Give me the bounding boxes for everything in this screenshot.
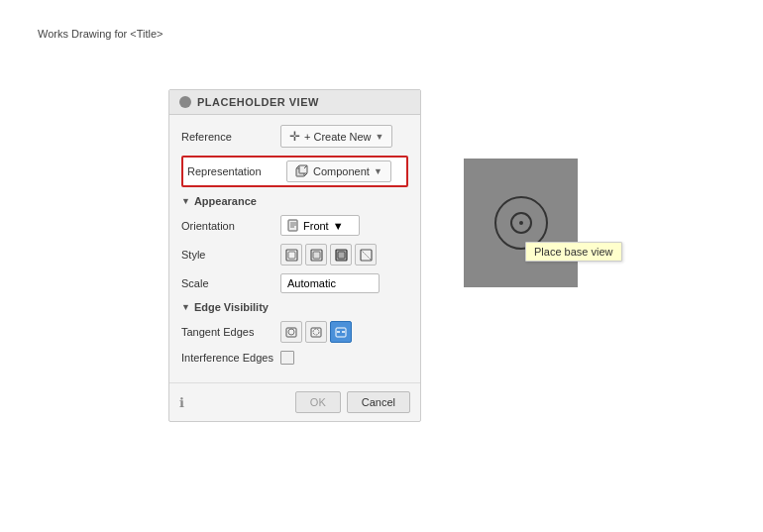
svg-rect-10 <box>288 252 295 259</box>
orientation-row: Orientation Front ▼ <box>181 215 408 236</box>
tangent-btn-group <box>280 321 352 343</box>
ok-button[interactable]: OK <box>295 391 341 413</box>
style-btn-2[interactable] <box>305 244 327 266</box>
orientation-arrow: ▼ <box>333 220 344 232</box>
interference-edges-label: Interference Edges <box>181 352 280 364</box>
tangent-icon-3 <box>335 326 348 339</box>
dialog-panel: PLACEHOLDER VIEW Reference ✛ + Create Ne… <box>168 89 421 422</box>
svg-rect-5 <box>288 220 297 231</box>
orientation-label: Orientation <box>181 220 280 232</box>
dialog-header-icon <box>179 96 191 108</box>
reference-dropdown[interactable]: ✛ + Create New ▼ <box>280 125 392 148</box>
style-icon-1 <box>285 249 298 262</box>
dialog-header-title: PLACEHOLDER VIEW <box>197 96 319 108</box>
reference-button-label: + Create New <box>304 131 372 143</box>
scale-input[interactable] <box>280 273 380 293</box>
scale-row: Scale <box>181 273 408 293</box>
style-btn-4[interactable] <box>355 244 377 266</box>
representation-control: Component ▼ <box>286 160 402 182</box>
style-icon-3 <box>335 249 348 262</box>
preview-dot <box>519 221 523 225</box>
page-title: Works Drawing for <Title> <box>38 28 164 40</box>
cube-icon <box>295 164 309 178</box>
tangent-edges-row: Tangent Edges <box>181 321 408 343</box>
reference-row: Reference ✛ + Create New ▼ <box>181 125 408 148</box>
appearance-collapse-icon[interactable]: ▼ <box>181 196 190 206</box>
style-row: Style <box>181 244 408 266</box>
dialog-body: Reference ✛ + Create New ▼ Representatio… <box>169 115 420 382</box>
svg-point-18 <box>288 329 294 335</box>
dialog-footer: ℹ OK Cancel <box>169 382 420 421</box>
interference-edges-control <box>280 351 408 365</box>
preview-circle-inner <box>510 212 532 234</box>
representation-dropdown[interactable]: Component ▼ <box>286 160 391 182</box>
style-btn-3[interactable] <box>330 244 352 266</box>
reference-arrow: ▼ <box>376 132 384 142</box>
tangent-btn-2[interactable] <box>305 321 327 343</box>
dialog-header: PLACEHOLDER VIEW <box>169 90 420 115</box>
interference-edges-checkbox[interactable] <box>280 351 294 365</box>
appearance-section-header: ▼ Appearance <box>181 195 408 207</box>
orientation-value: Front <box>303 220 329 232</box>
scale-label: Scale <box>181 277 280 289</box>
edge-visibility-section-label: Edge Visibility <box>194 301 269 313</box>
scale-control <box>280 273 408 293</box>
tangent-edges-control <box>280 321 408 343</box>
tangent-btn-1[interactable] <box>280 321 302 343</box>
appearance-section-label: Appearance <box>194 195 257 207</box>
orientation-icon <box>287 219 299 232</box>
svg-point-20 <box>313 329 319 335</box>
cancel-button[interactable]: Cancel <box>347 391 410 413</box>
tangent-icon-1 <box>285 326 298 339</box>
tangent-icon-2 <box>310 326 323 339</box>
info-icon[interactable]: ℹ <box>179 395 184 410</box>
style-icon-4 <box>360 249 373 262</box>
edge-visibility-section-header: ▼ Edge Visibility <box>181 301 408 313</box>
plus-icon: ✛ <box>289 129 300 144</box>
preview-area <box>464 159 578 287</box>
representation-row: Representation Component ▼ <box>181 156 408 187</box>
interference-edges-row: Interference Edges <box>181 351 408 365</box>
orientation-dropdown[interactable]: Front ▼ <box>280 215 360 236</box>
place-base-view-tooltip: Place base view <box>525 242 622 262</box>
style-control <box>280 244 408 266</box>
style-btn-1[interactable] <box>280 244 302 266</box>
tangent-btn-3[interactable] <box>330 321 352 343</box>
svg-line-16 <box>361 250 372 261</box>
style-label: Style <box>181 249 280 261</box>
representation-label: Representation <box>187 165 286 177</box>
reference-label: Reference <box>181 131 280 143</box>
edge-visibility-collapse-icon[interactable]: ▼ <box>181 302 190 312</box>
style-icon-2 <box>310 249 323 262</box>
reference-control: ✛ + Create New ▼ <box>280 125 408 148</box>
tangent-edges-label: Tangent Edges <box>181 326 280 338</box>
representation-arrow: ▼ <box>374 166 382 176</box>
representation-button-label: Component <box>313 165 370 177</box>
style-btn-group <box>280 244 377 266</box>
orientation-control: Front ▼ <box>280 215 408 236</box>
